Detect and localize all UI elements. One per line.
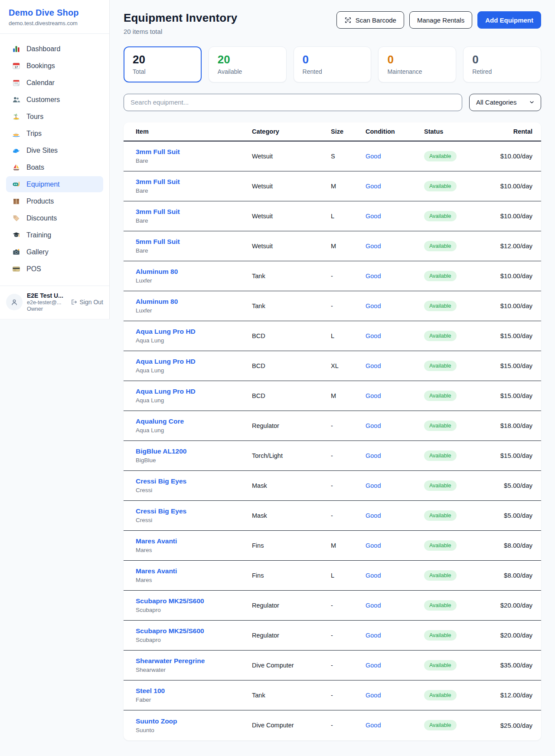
item-link[interactable]: Aluminum 80 — [136, 268, 252, 276]
user-name: E2E Test U... — [27, 292, 66, 299]
diving-mask-icon — [12, 180, 20, 188]
item-link[interactable]: Cressi Big Eyes — [136, 477, 252, 485]
item-link[interactable]: Aluminum 80 — [136, 298, 252, 306]
item-link[interactable]: Scubapro MK25/S600 — [136, 597, 252, 605]
status-cell: Available — [424, 271, 490, 281]
category-cell: Wetsuit — [252, 243, 331, 250]
condition-link[interactable]: Good — [366, 632, 424, 639]
condition-link[interactable]: Good — [366, 722, 424, 729]
manage-rentals-label: Manage Rentals — [417, 16, 464, 24]
condition-link[interactable]: Good — [366, 662, 424, 669]
credit-card-icon — [12, 265, 20, 273]
item-link[interactable]: Mares Avanti — [136, 537, 252, 545]
table-row: Aqua Lung Pro HDAqua LungBCDXLGoodAvaila… — [124, 351, 541, 381]
condition-link[interactable]: Good — [366, 512, 424, 519]
item-link[interactable]: Cressi Big Eyes — [136, 507, 252, 515]
table-row: Cressi Big EyesCressiMask-GoodAvailable$… — [124, 471, 541, 501]
item-link[interactable]: 5mm Full Suit — [136, 238, 252, 246]
condition-cell: Good — [366, 332, 424, 339]
sidebar-item-tours[interactable]: Tours — [6, 108, 103, 125]
condition-link[interactable]: Good — [366, 302, 424, 309]
condition-link[interactable]: Good — [366, 422, 424, 429]
item-brand: Luxfer — [136, 277, 252, 284]
item-link[interactable]: Suunto Zoop — [136, 717, 252, 725]
condition-link[interactable]: Good — [366, 332, 424, 339]
table-row: Cressi Big EyesCressiMask-GoodAvailable$… — [124, 501, 541, 531]
sidebar-item-calendar[interactable]: Calendar — [6, 75, 103, 91]
sidebar-item-pos[interactable]: POS — [6, 261, 103, 277]
add-equipment-button[interactable]: Add Equipment — [477, 11, 541, 29]
sidebar-item-discounts[interactable]: Discounts — [6, 210, 103, 226]
item-brand: Mares — [136, 577, 252, 583]
item-link[interactable]: Shearwater Peregrine — [136, 657, 252, 665]
table-row: Aqua Lung Pro HDAqua LungBCDMGoodAvailab… — [124, 381, 541, 411]
item-brand: Aqua Lung — [136, 367, 252, 374]
sidebar-item-boats[interactable]: Boats — [6, 159, 103, 175]
item-cell: 3mm Full SuitBare — [136, 178, 252, 194]
item-cell: 5mm Full SuitBare — [136, 238, 252, 254]
condition-link[interactable]: Good — [366, 692, 424, 699]
item-brand: Suunto — [136, 727, 252, 733]
condition-link[interactable]: Good — [366, 153, 424, 160]
sidebar-item-products[interactable]: Products — [6, 193, 103, 209]
condition-link[interactable]: Good — [366, 452, 424, 459]
sidebar-item-bookings[interactable]: 17Bookings — [6, 58, 103, 74]
stat-card-maintenance[interactable]: 0 Maintenance — [378, 46, 456, 82]
condition-link[interactable]: Good — [366, 183, 424, 190]
sidebar-item-trips[interactable]: Trips — [6, 125, 103, 141]
condition-link[interactable]: Good — [366, 362, 424, 369]
column-header-condition: Condition — [366, 128, 424, 135]
stat-card-retired[interactable]: 0 Retired — [463, 46, 541, 82]
item-link[interactable]: Steel 100 — [136, 687, 252, 695]
stat-card-total[interactable]: 20 Total — [124, 46, 202, 82]
sidebar-item-equipment[interactable]: Equipment — [6, 176, 103, 192]
stat-available-value: 20 — [218, 53, 278, 66]
category-cell: Dive Computer — [252, 662, 331, 669]
condition-link[interactable]: Good — [366, 392, 424, 399]
sidebar-item-gallery[interactable]: Gallery — [6, 244, 103, 260]
sidebar-item-label: Gallery — [26, 248, 49, 256]
condition-link[interactable]: Good — [366, 273, 424, 279]
stat-card-available[interactable]: 20 Available — [209, 46, 287, 82]
status-badge: Available — [424, 570, 457, 581]
condition-link[interactable]: Good — [366, 572, 424, 579]
item-cell: Mares AvantiMares — [136, 567, 252, 583]
item-link[interactable]: Aqua Lung Pro HD — [136, 388, 252, 395]
item-link[interactable]: 3mm Full Suit — [136, 148, 252, 156]
sidebar-item-dashboard[interactable]: Dashboard — [6, 41, 103, 57]
condition-cell: Good — [366, 722, 424, 729]
table-row: 5mm Full SuitBareWetsuitMGoodAvailable$1… — [124, 231, 541, 261]
condition-link[interactable]: Good — [366, 482, 424, 489]
item-link[interactable]: Aqualung Core — [136, 417, 252, 425]
category-cell: BCD — [252, 362, 331, 369]
sidebar-item-dive-sites[interactable]: Dive Sites — [6, 142, 103, 158]
condition-link[interactable]: Good — [366, 243, 424, 250]
category-cell: Wetsuit — [252, 183, 331, 190]
category-select[interactable]: All Categories — [469, 94, 541, 111]
condition-cell: Good — [366, 482, 424, 489]
category-cell: Regulator — [252, 632, 331, 639]
sidebar-item-training[interactable]: Training — [6, 227, 103, 243]
sign-out-button[interactable]: Sign Out — [70, 299, 103, 306]
sidebar-item-customers[interactable]: Customers — [6, 92, 103, 108]
item-link[interactable]: Mares Avanti — [136, 567, 252, 575]
sidebar-item-label: Trips — [26, 130, 42, 138]
condition-cell: Good — [366, 512, 424, 519]
manage-rentals-button[interactable]: Manage Rentals — [409, 11, 472, 29]
item-link[interactable]: Aqua Lung Pro HD — [136, 328, 252, 335]
condition-link[interactable]: Good — [366, 542, 424, 549]
svg-text:17: 17 — [15, 66, 18, 69]
size-cell: XL — [331, 362, 366, 369]
item-brand: Aqua Lung — [136, 337, 252, 344]
condition-link[interactable]: Good — [366, 602, 424, 609]
item-link[interactable]: Scubapro MK25/S600 — [136, 627, 252, 635]
stat-card-rented[interactable]: 0 Rented — [294, 46, 372, 82]
condition-link[interactable]: Good — [366, 213, 424, 220]
item-cell: Aluminum 80Luxfer — [136, 268, 252, 284]
item-link[interactable]: BigBlue AL1200 — [136, 447, 252, 455]
item-link[interactable]: 3mm Full Suit — [136, 208, 252, 216]
scan-barcode-button[interactable]: Scan Barcode — [336, 11, 404, 29]
search-input[interactable] — [124, 94, 462, 111]
item-link[interactable]: Aqua Lung Pro HD — [136, 358, 252, 365]
item-link[interactable]: 3mm Full Suit — [136, 178, 252, 186]
